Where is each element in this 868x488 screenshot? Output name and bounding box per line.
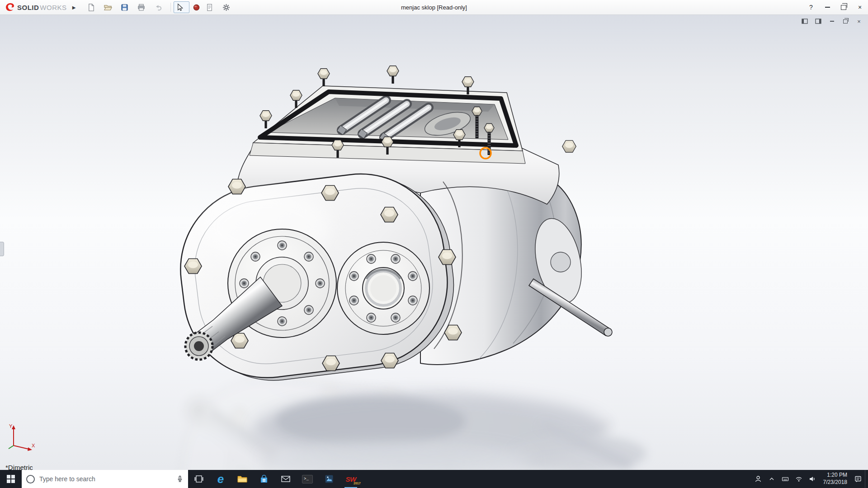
solidworks-logo-icon bbox=[5, 2, 15, 13]
show-desktop-button[interactable] bbox=[865, 470, 868, 488]
wordmark-works: WORKS bbox=[40, 4, 66, 11]
clock-date: 7/23/2018 bbox=[823, 479, 847, 486]
search-input[interactable] bbox=[38, 475, 173, 483]
help-button[interactable]: ? bbox=[803, 0, 819, 14]
store-button[interactable] bbox=[253, 470, 275, 488]
edge-icon: e bbox=[217, 473, 224, 485]
people-button[interactable] bbox=[751, 470, 765, 488]
touch-keyboard-button[interactable] bbox=[778, 470, 792, 488]
restore-icon bbox=[843, 19, 848, 23]
mail-icon bbox=[281, 475, 290, 483]
document-title: menjac sklop [Read-only] bbox=[401, 4, 467, 11]
action-center-icon bbox=[854, 475, 862, 483]
volume-icon bbox=[809, 475, 816, 483]
model-shadow bbox=[253, 393, 646, 470]
save-icon bbox=[120, 3, 129, 12]
view-orientation-label: *Dimetric bbox=[5, 464, 33, 470]
task-view-button[interactable] bbox=[188, 470, 210, 488]
taskbar: e >_ SW 2017 bbox=[0, 470, 868, 488]
pane-left-icon bbox=[802, 19, 808, 24]
clock-time: 1:20 PM bbox=[827, 472, 847, 479]
microphone-icon[interactable] bbox=[176, 475, 184, 483]
menu-flyout-button[interactable]: ▶ bbox=[70, 2, 79, 13]
select-arrow-icon bbox=[175, 3, 184, 12]
new-document-icon bbox=[87, 3, 95, 12]
minimize-icon bbox=[830, 21, 834, 22]
select-button[interactable] bbox=[174, 1, 189, 13]
restore-button[interactable] bbox=[835, 0, 852, 14]
edge-app-button[interactable]: e bbox=[210, 470, 231, 488]
doc-close-button[interactable]: × bbox=[854, 17, 864, 26]
file-explorer-button[interactable] bbox=[231, 470, 253, 488]
gearbox-assembly[interactable] bbox=[171, 66, 612, 390]
open-button[interactable] bbox=[102, 1, 118, 13]
titlebar: SOLIDWORKS ▶ bbox=[0, 0, 868, 15]
command-prompt-icon: >_ bbox=[302, 475, 313, 483]
file-properties-icon bbox=[205, 3, 214, 12]
new-document-button[interactable] bbox=[85, 1, 101, 13]
options-gear-icon bbox=[222, 3, 231, 12]
doc-pane-right-button[interactable] bbox=[813, 17, 824, 26]
solidworks-app-button[interactable]: SW 2017 bbox=[340, 470, 362, 488]
gearbox-3d-model[interactable] bbox=[0, 14, 868, 470]
network-icon bbox=[795, 475, 802, 483]
rebuild-icon bbox=[192, 3, 201, 12]
hidden-icons-button[interactable] bbox=[765, 470, 778, 488]
people-icon bbox=[755, 475, 762, 483]
file-properties-button[interactable] bbox=[203, 1, 219, 13]
graphics-viewport[interactable]: × bbox=[0, 14, 868, 470]
rebuild-button[interactable] bbox=[190, 1, 203, 13]
close-button[interactable]: × bbox=[852, 0, 868, 14]
action-center-button[interactable] bbox=[851, 470, 865, 488]
taskbar-spacer bbox=[362, 470, 751, 488]
wordmark-solid: SOLID bbox=[17, 4, 39, 11]
task-view-icon bbox=[194, 475, 203, 483]
network-button[interactable] bbox=[792, 470, 806, 488]
options-button[interactable] bbox=[220, 1, 236, 13]
taskbar-search[interactable] bbox=[22, 470, 188, 488]
document-window-controls: × bbox=[799, 17, 864, 26]
store-icon bbox=[259, 475, 269, 483]
photos-icon bbox=[325, 474, 334, 483]
triad-y-label: Y bbox=[9, 423, 13, 429]
command-prompt-button[interactable]: >_ bbox=[297, 470, 318, 488]
solidworks-icon: SW 2017 bbox=[345, 475, 356, 483]
doc-restore-button[interactable] bbox=[840, 17, 851, 26]
chevron-up-icon bbox=[768, 475, 775, 483]
doc-minimize-button[interactable] bbox=[826, 17, 837, 26]
start-button[interactable] bbox=[0, 470, 22, 488]
print-button[interactable] bbox=[135, 1, 151, 13]
solidworks-icon-year: 2017 bbox=[354, 482, 361, 485]
minimize-icon bbox=[825, 7, 830, 8]
undo-icon bbox=[154, 3, 162, 12]
undo-button[interactable] bbox=[152, 1, 168, 13]
pane-right-icon bbox=[815, 19, 821, 24]
mail-button[interactable] bbox=[275, 470, 297, 488]
minimize-button[interactable] bbox=[819, 0, 835, 14]
print-icon bbox=[137, 3, 146, 12]
doc-pane-left-button[interactable] bbox=[799, 17, 810, 26]
keyboard-icon bbox=[782, 475, 789, 483]
taskbar-clock[interactable]: 1:20 PM 7/23/2018 bbox=[819, 470, 851, 488]
save-button[interactable] bbox=[118, 1, 134, 13]
open-icon bbox=[104, 3, 112, 12]
windows-logo-icon bbox=[7, 475, 15, 483]
file-explorer-icon bbox=[237, 475, 247, 483]
toolbar-separator bbox=[170, 3, 171, 12]
orientation-triad: Y X bbox=[6, 422, 38, 454]
volume-button[interactable] bbox=[806, 470, 819, 488]
restore-icon bbox=[841, 5, 846, 10]
search-circle-icon bbox=[26, 475, 35, 483]
triad-x-label: X bbox=[32, 443, 35, 448]
quick-access-toolbar bbox=[85, 0, 236, 14]
solidworks-logo: SOLIDWORKS bbox=[0, 2, 70, 13]
photos-button[interactable] bbox=[318, 470, 340, 488]
